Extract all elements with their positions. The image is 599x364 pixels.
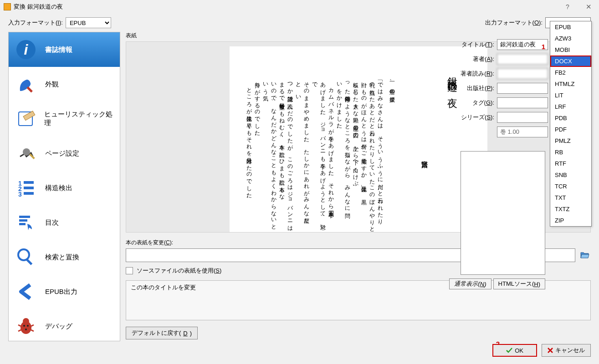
svg-text:3: 3 [18,191,22,198]
svg-point-25 [25,329,27,330]
nav-toc[interactable]: 目次 [9,205,120,240]
format-option-lrf[interactable]: LRF [550,101,591,112]
nav-toc-icon [15,212,37,233]
nav-label: デバッグ [45,322,72,331]
format-option-fb2[interactable]: FB2 [550,67,591,78]
nav-label: ページ設定 [45,149,79,158]
input-format-select[interactable]: EPUB [66,17,111,28]
check-icon [506,348,512,353]
nav-look[interactable]: 外観 [9,67,120,101]
volume-spinner[interactable]: 巻 1.00 [497,126,548,137]
tags-field-label: タグ(G): [472,99,494,107]
format-option-zip[interactable]: ZIP [550,215,591,226]
nav-structure[interactable]: 123構造検出 [9,171,120,205]
nav-label: 書誌情報 [45,46,72,54]
x-icon [548,348,553,353]
format-option-pdf[interactable]: PDF [550,124,591,135]
tab-html-source[interactable]: HTMLソース(H) [493,278,545,289]
cover-body-line: つか雑誌で読んだのでしたが、このごろはジョバンニは [286,69,294,233]
format-option-pdb[interactable]: PDB [550,112,591,124]
nav-label: 構造検出 [45,184,72,192]
nav-search-icon [15,246,37,268]
folder-open-icon [580,251,589,259]
author-field[interactable] [497,54,548,65]
format-option-tcr[interactable]: TCR [550,181,591,192]
svg-point-24 [27,325,29,327]
publisher-field[interactable] [497,83,548,94]
cover-body-heading: 一、午后の授業 [388,69,396,233]
svg-text:i: i [24,41,29,58]
help-button[interactable]: ? [557,0,578,14]
format-option-docx[interactable]: DOCX [550,56,591,67]
cover-body-line: 持ちがするのでした。 [253,69,261,233]
author-field-label: 著者(A): [473,55,494,63]
nav-label: EPUB出力 [45,288,77,296]
format-option-mobi[interactable]: MOBI [550,44,591,56]
browse-cover-button[interactable] [579,249,591,261]
window-title: 変換 銀河鉄道の夜 [14,3,63,11]
series-field-label: シリーズ(S): [461,113,494,121]
cover-body-line: カムバネルラが手をあげました。それから四五人手を [327,69,335,233]
restore-defaults-button[interactable]: デフォルトに戻す(D) [126,327,198,339]
format-option-txt[interactable]: TXT [550,192,591,203]
comments-textarea[interactable] [461,151,545,275]
svg-point-23 [23,325,25,327]
format-bar: 入力フォーマット(I): EPUB 出力フォーマット(O): [0,14,599,32]
nav-epub-out-icon [15,281,37,303]
nav-debug[interactable]: デバッグ [9,309,120,344]
svg-rect-9 [24,187,34,189]
tags-field[interactable] [497,97,548,108]
cover-body-line: そのままやめました。たしかにあれがみんな星だと、い [294,69,311,233]
format-option-snb[interactable]: SNB [550,169,591,181]
tab-normal-view[interactable]: 通常表示(N) [449,278,491,289]
svg-rect-12 [19,216,30,218]
series-field[interactable] [497,112,548,123]
format-option-pmlz[interactable]: PMLZ [550,135,591,147]
title-field-label: タイトル(T): [461,40,494,49]
format-option-rb[interactable]: RB [550,147,591,158]
nav-debug-icon [15,315,37,337]
nav-heuristic[interactable]: ヒューリスティック処理 [9,101,120,136]
nav-label: 検索と置換 [45,253,79,262]
cover-body-line: 乳の流れたあとだと云われたりしていたこのぼんやりと [368,69,376,233]
cover-body-line: まるで毎日教室でもねむく、本を読むひまも読む本もな [278,69,286,233]
format-option-rtf[interactable]: RTF [550,158,591,169]
svg-rect-7 [24,181,34,184]
publisher-field-label: 出版社(P): [467,84,494,92]
format-option-txtz[interactable]: TXTZ [550,203,591,215]
svg-rect-14 [19,223,26,225]
metadata-form: タイトル(T):著者(A):著者読み(R):出版社(P):タグ(G):シリーズ(… [413,39,548,141]
titlebar: 変換 銀河鉄道の夜 ? ✕ [0,0,599,14]
author-sort-field[interactable] [497,68,548,79]
nav-heuristic-icon [15,108,36,130]
nav-epub-out[interactable]: EPUB出力 [9,274,120,309]
svg-line-22 [30,329,34,331]
nav-label: 目次 [45,218,59,227]
output-format-dropdown[interactable]: EPUBAZW3MOBIDOCXFB2HTMLZLITLRFPDBPDFPMLZ… [550,21,592,227]
svg-rect-2 [26,86,32,92]
nav-page-icon [15,142,37,164]
annotation-marker-1: 1 [542,43,545,51]
format-option-epub[interactable]: EPUB [550,21,591,33]
output-format-label: 出力フォーマット(O): [485,19,543,27]
nav-page[interactable]: ページ設定 [9,136,120,171]
format-option-lit[interactable]: LIT [550,90,591,101]
cover-section-label: 表紙 [126,32,591,40]
close-button[interactable]: ✕ [578,0,599,14]
cover-body-line: いをかけました。 [335,69,343,233]
input-format-label: 入力フォーマット(I): [8,19,63,27]
app-icon [4,3,11,10]
title-field[interactable] [497,39,548,50]
format-option-azw3[interactable]: AZW3 [550,33,591,44]
nav-label: ヒューリスティック処理 [44,110,113,127]
svg-line-21 [18,329,22,331]
cover-body-line: あげました。ジョバンニも手をあげようとして、急いで [311,69,327,233]
nav-metadata[interactable]: i書誌情報 [9,32,120,67]
sidebar: i書誌情報外観ヒューリスティック処理ページ設定123構造検出目次検索と置換EPU… [8,32,120,341]
format-option-htmlz[interactable]: HTMLZ [550,78,591,90]
ok-button[interactable]: OK [492,344,537,357]
svg-rect-13 [19,219,27,222]
nav-search[interactable]: 検索と置換 [9,240,120,274]
cancel-button[interactable]: キャンセル [542,344,591,357]
cover-body-line: いので、なんだかどんなこともよくわからないという気 [261,69,278,233]
